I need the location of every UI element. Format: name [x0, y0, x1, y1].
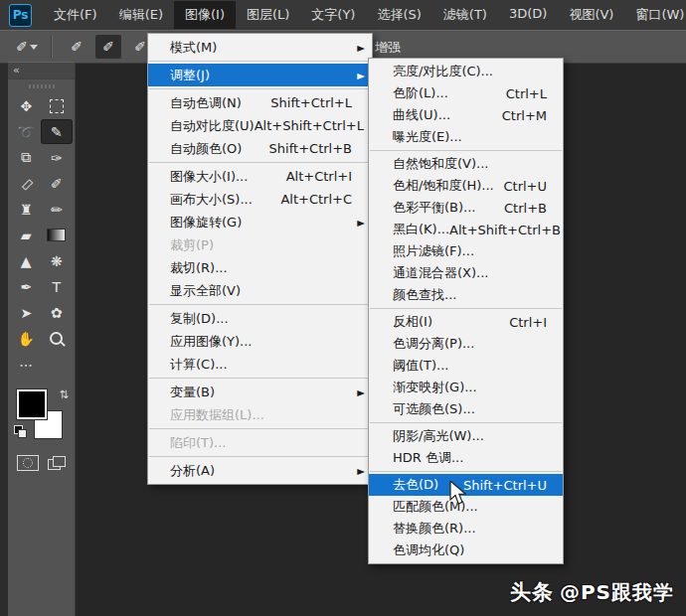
menu-item-exposure[interactable]: 曝光度(E)...	[369, 126, 563, 148]
zoom-tool[interactable]	[42, 327, 73, 350]
menu-separator	[149, 428, 371, 429]
menu-item-trim[interactable]: 裁切(R)...	[148, 256, 372, 279]
selection-brush-add-icon[interactable]: ✐	[95, 35, 121, 59]
menubar-item-filter[interactable]: 滤镜(T)	[432, 1, 498, 29]
dodge-burn-tool[interactable]: ❋	[42, 249, 73, 272]
crop-tool[interactable]: ⧉	[11, 146, 42, 169]
menu-item-shortcut: Ctrl+B	[504, 201, 547, 216]
menu-item-levels[interactable]: 色阶(L)...Ctrl+L	[369, 82, 563, 104]
panel-edge-strip	[0, 30, 8, 616]
menu-item-replace-color[interactable]: 替换颜色(R)...	[369, 518, 563, 539]
tool-preset-icon[interactable]: ✐	[14, 35, 40, 59]
menu-item-mode[interactable]: 模式(M)▶	[148, 36, 372, 59]
menu-item-label: 分析(A)	[170, 462, 215, 480]
selection-brush-new-icon[interactable]: ✐	[64, 35, 89, 59]
watermark-badge: 头条	[510, 580, 554, 604]
healing-brush-tool[interactable]: ▭	[11, 172, 42, 195]
gradient-tool[interactable]	[42, 224, 73, 246]
clone-stamp-tool-icon: ♜	[20, 202, 33, 218]
quick-mask-button[interactable]	[17, 455, 39, 471]
menu-item-photo-filter[interactable]: 照片滤镜(F)...	[369, 240, 563, 262]
menu-item-black-white[interactable]: 黑白(K)...Alt+Shift+Ctrl+B	[369, 219, 563, 240]
menubar-item-edit[interactable]: 编辑(E)	[108, 1, 174, 29]
hand-tool[interactable]: ✋	[11, 327, 42, 350]
menu-item-label: 替换颜色(R)...	[393, 520, 476, 538]
menu-item-reveal-all[interactable]: 显示全部(V)	[148, 279, 372, 302]
selection-brush-tool[interactable]: ✎	[42, 120, 73, 143]
more-tools[interactable]: ⋯	[11, 353, 42, 376]
menubar-item-image[interactable]: 图像(I)	[174, 1, 236, 29]
menu-item-selective-color[interactable]: 可选颜色(S)...	[369, 398, 563, 420]
menu-item-duplicate[interactable]: 复制(D)...	[148, 307, 372, 330]
swap-colors-icon[interactable]: ⇄	[58, 389, 71, 398]
menubar-item-view[interactable]: 视图(V)	[558, 1, 624, 29]
menu-item-hue-saturation[interactable]: 色相/饱和度(H)...Ctrl+U	[369, 175, 563, 197]
menu-item-shortcut: Ctrl+I	[509, 315, 547, 330]
more-tools-icon: ⋯	[19, 357, 33, 373]
menubar-item-file[interactable]: 文件(F)	[43, 1, 108, 29]
menu-item-color-lookup[interactable]: 颜色查找...	[369, 284, 563, 306]
menu-item-label: 陷印(T)...	[170, 434, 226, 452]
history-brush-tool[interactable]: ✏	[42, 198, 73, 221]
menu-item-auto-color[interactable]: 自动颜色(O)Shift+Ctrl+B	[148, 137, 372, 160]
screen-mode-button[interactable]	[48, 456, 66, 470]
menu-item-gradient-map[interactable]: 渐变映射(G)...	[369, 377, 563, 398]
menu-item-invert[interactable]: 反相(I)Ctrl+I	[369, 311, 563, 333]
menu-item-label: 亮度/对比度(C)...	[393, 63, 493, 80]
menu-item-calculations[interactable]: 计算(C)...	[148, 353, 372, 376]
blur-sharpen-tool[interactable]: ▲	[11, 249, 42, 272]
brush-tool[interactable]: ✐	[42, 172, 73, 195]
menu-item-vibrance[interactable]: 自然饱和度(V)...	[369, 153, 563, 175]
options-bar-tools: ✐✐✐✐	[14, 34, 153, 60]
panel-grip-handle[interactable]	[29, 84, 55, 88]
tool-preset-glyph: ✐	[16, 39, 28, 55]
menu-item-apply-data-set[interactable]: 应用数据组(L)...	[148, 403, 372, 426]
marquee-tool[interactable]	[42, 94, 73, 117]
menu-item-image-size[interactable]: 图像大小(I)...Alt+Ctrl+I	[148, 165, 372, 188]
menu-item-shortcut: Ctrl+L	[506, 86, 547, 101]
lasso-tool[interactable]: ➰	[11, 120, 42, 143]
menu-item-auto-contrast[interactable]: 自动对比度(U)Alt+Shift+Ctrl+L	[148, 114, 372, 137]
menu-item-curves[interactable]: 曲线(U)...Ctrl+M	[369, 104, 563, 126]
move-tool-icon: ✥	[20, 98, 32, 114]
clone-stamp-tool[interactable]: ♜	[11, 198, 42, 221]
submenu-arrow-icon: ▶	[357, 218, 365, 227]
path-selection-tool[interactable]: ➤	[11, 301, 42, 324]
menu-item-equalize[interactable]: 色调均化(Q)	[369, 539, 563, 561]
menubar-item-3d[interactable]: 3D(D)	[498, 1, 558, 29]
menubar-item-select[interactable]: 选择(S)	[366, 1, 431, 29]
collapse-panel-icon[interactable]: «	[8, 63, 75, 79]
menu-item-variables[interactable]: 变量(B)▶	[148, 381, 372, 403]
shape-tool[interactable]: ✿	[42, 301, 73, 324]
menu-item-crop[interactable]: 裁剪(P)	[148, 233, 372, 256]
foreground-color-swatch[interactable]	[17, 389, 47, 419]
menu-item-hdr-toning[interactable]: HDR 色调...	[369, 447, 563, 469]
image-menu: 模式(M)▶调整(J)▶自动色调(N)Shift+Ctrl+L自动对比度(U)A…	[147, 33, 373, 485]
type-tool[interactable]: T	[42, 275, 73, 298]
menu-item-apply-image[interactable]: 应用图像(Y)...	[148, 330, 372, 353]
menu-item-threshold[interactable]: 阈值(T)...	[369, 355, 563, 377]
submenu-arrow-icon: ▶	[357, 387, 365, 396]
menu-item-auto-tone[interactable]: 自动色调(N)Shift+Ctrl+L	[148, 91, 372, 114]
menu-item-shadows-highlights[interactable]: 阴影/高光(W)...	[369, 425, 563, 447]
menubar-item-window[interactable]: 窗口(W)	[624, 1, 686, 29]
default-colors-icon[interactable]	[14, 425, 26, 437]
menu-item-canvas-size[interactable]: 画布大小(S)...Alt+Ctrl+C	[148, 188, 372, 211]
eraser-tool[interactable]: ▰	[11, 224, 42, 246]
menu-item-color-balance[interactable]: 色彩平衡(B)...Ctrl+B	[369, 197, 563, 219]
pen-tool[interactable]: ✒	[11, 275, 42, 298]
menu-item-analysis[interactable]: 分析(A)▶	[148, 459, 372, 482]
menubar-item-layer[interactable]: 图层(L)	[236, 1, 300, 29]
move-tool[interactable]: ✥	[11, 94, 42, 117]
menu-separator	[149, 378, 371, 379]
menu-item-image-rotation[interactable]: 图像旋转(G)▶	[148, 211, 372, 233]
menu-item-channel-mixer[interactable]: 通道混合器(X)...	[369, 262, 563, 284]
menu-item-label: 颜色查找...	[393, 286, 456, 304]
menubar-item-type[interactable]: 文字(Y)	[300, 1, 366, 29]
menu-item-brightness-contrast[interactable]: 亮度/对比度(C)...	[369, 61, 563, 82]
menu-item-adjustments[interactable]: 调整(J)▶	[148, 64, 372, 86]
eyedropper-tool[interactable]: ✑	[42, 146, 73, 169]
menu-item-posterize[interactable]: 色调分离(P)...	[369, 333, 563, 355]
menu-item-trap[interactable]: 陷印(T)...	[148, 431, 372, 454]
submenu-arrow-icon: ▶	[357, 466, 365, 475]
